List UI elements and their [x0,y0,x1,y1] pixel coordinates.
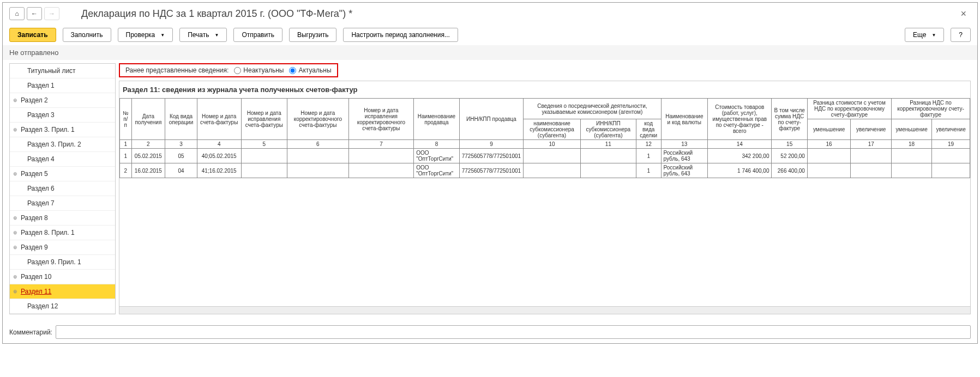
sidebar-item-label: Титульный лист [27,67,76,75]
expand-icon: ⊕ [13,230,17,235]
col-header: Номер и дата исправления счета-фактуры [241,99,287,140]
radio-label: Ранее представленные сведения: [125,66,229,74]
col-header: Разница стоимости с учетом НДС по коррек… [807,99,891,119]
more-button[interactable]: Еще [905,28,944,42]
sidebar-item[interactable]: Раздел 12 [10,299,115,314]
horizontal-scrollbar[interactable] [119,307,971,314]
sidebar-item[interactable]: Раздел 3 [10,108,115,123]
col-header: Сведения о посреднической деятельности, … [524,99,661,119]
expand-icon: ⊕ [13,171,17,177]
col-header: ИНН/КПП субкомиссионера (субагента) [580,119,636,140]
sidebar-item[interactable]: ⊕Раздел 9 [10,240,115,255]
sidebar-item[interactable]: Раздел 6 [10,181,115,196]
sidebar-item-label: Раздел 2 [21,96,48,104]
sidebar-item[interactable]: ⊕Раздел 8. Прил. 1 [10,226,115,240]
col-header: ИНН/КПП продавца [459,99,523,140]
col-header: уменьшение [892,119,932,140]
sidebar-item[interactable]: Раздел 1 [10,78,115,93]
export-button[interactable]: Выгрузить [289,28,337,42]
comment-label: Комментарий: [9,329,52,336]
sidebar-item-label: Раздел 6 [27,185,55,192]
col-header: Номер и дата исправления корректировочно… [348,99,414,140]
expand-icon: ⊕ [13,274,17,279]
check-button[interactable]: Проверка [118,28,173,42]
home-button[interactable]: ⌂ [9,7,25,20]
expand-icon: ⊕ [13,215,17,221]
col-header: код вида сделки [636,119,661,140]
sidebar-item[interactable]: ⊕Раздел 2 [10,93,115,108]
col-header: Номер и дата корректировочного счета-фак… [287,99,349,140]
sidebar-item-label: Раздел 7 [27,199,55,207]
col-header: уменьшение [807,119,850,140]
col-header: В том числе сумма НДС по счету-фактуре [772,99,807,140]
data-table: № п/п Дата получения Код вида операции Н… [119,98,970,178]
print-button[interactable]: Печать [179,28,227,42]
expand-icon: ⊕ [13,98,17,103]
sidebar-item-label: Раздел 10 [21,273,51,281]
table-row[interactable]: 216.02.20150441;16.02.2015ООО "ОптТоргСи… [120,163,970,178]
sidebar-item[interactable]: Раздел 3. Прил. 2 [10,137,115,152]
sidebar-item[interactable]: Раздел 9. Прил. 1 [10,255,115,270]
fill-button[interactable]: Заполнить [63,28,111,42]
col-header: увеличение [851,119,892,140]
sidebar-item[interactable]: ⊕Раздел 10 [10,270,115,284]
col-header: увеличение [932,119,970,140]
sidebar-item-label: Раздел 4 [27,155,55,163]
table-row[interactable]: 105.02.20150540;05.02.2015ООО "ОптТоргСи… [120,149,970,163]
period-button[interactable]: Настроить период заполнения... [343,28,458,42]
close-icon[interactable]: × [956,8,971,20]
expand-icon: ⊕ [13,289,17,294]
sidebar-item[interactable]: ⊕Раздел 11 [10,284,115,299]
sidebar-item-label: Раздел 1 [27,82,55,89]
col-header: наименование субкомиссионера (субагента) [524,119,581,140]
help-button[interactable]: ? [951,28,971,42]
col-header: Номер и дата счета-фактуры [197,99,241,140]
sidebar: Титульный листРаздел 1⊕Раздел 2Раздел 3⊕… [9,63,116,314]
sidebar-item-label: Раздел 11 [21,288,51,295]
status-text: Не отправлено [3,45,977,60]
sidebar-item-label: Раздел 9. Прил. 1 [27,258,81,266]
sidebar-item[interactable]: ⊕Раздел 3. Прил. 1 [10,123,115,137]
save-button[interactable]: Записать [9,28,56,42]
section-title: Раздел 11: сведения из журнала учета пол… [119,81,970,98]
prior-data-radio-group: Ранее представленные сведения: Неактуаль… [119,63,338,77]
nav-forward-button: → [44,7,59,20]
sidebar-item[interactable]: Раздел 4 [10,152,115,167]
sidebar-item[interactable]: ⊕Раздел 8 [10,211,115,226]
col-header: Наименование и код валюты [661,99,708,140]
sidebar-item[interactable]: Титульный лист [10,64,115,78]
sidebar-item-label: Раздел 12 [27,302,58,310]
sidebar-item[interactable]: ⊕Раздел 5 [10,167,115,181]
col-header: Дата получения [131,99,165,140]
sidebar-item-label: Раздел 8 [21,214,48,222]
col-header: Стоимость товаров (работ, услуг), имущес… [708,99,772,140]
radio-actual[interactable]: Актуальны [289,66,331,74]
sidebar-item-label: Раздел 9 [21,244,48,251]
sidebar-item-label: Раздел 3. Прил. 2 [27,141,81,148]
sidebar-item-label: Раздел 8. Прил. 1 [21,229,75,236]
expand-icon: ⊕ [13,127,17,132]
col-header: Наименование продавца [414,99,460,140]
col-header: Код вида операции [165,99,197,140]
send-button[interactable]: Отправить [233,28,282,42]
nav-back-button[interactable]: ← [27,7,42,20]
col-header: № п/п [120,99,132,140]
col-header: Разница НДС по корректировочному счету-ф… [892,99,970,119]
sidebar-item[interactable]: Раздел 7 [10,196,115,211]
comment-input[interactable] [56,325,971,339]
radio-not-actual[interactable]: Неактуальны [234,66,284,74]
expand-icon: ⊕ [13,245,17,250]
sidebar-item-label: Раздел 3 [27,111,55,119]
sidebar-item-label: Раздел 5 [21,170,48,178]
page-title: Декларация по НДС за 1 квартал 2015 г. (… [81,8,352,20]
sidebar-item-label: Раздел 3. Прил. 1 [21,126,75,133]
